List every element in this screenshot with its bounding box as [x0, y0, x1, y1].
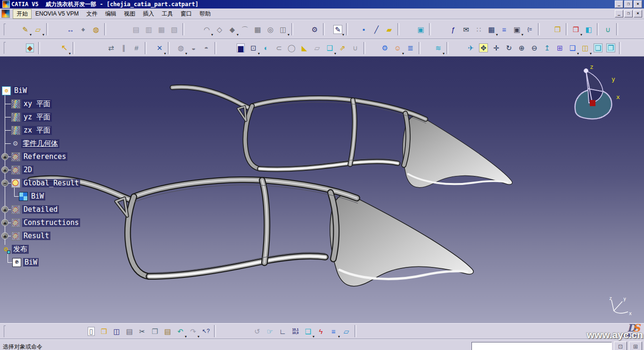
magnitude-display-icon[interactable]: 10,1 10,0: [289, 325, 302, 338]
rib-icon[interactable]: ◐: [260, 42, 272, 55]
tree-item-label[interactable]: xy 平面: [22, 100, 52, 108]
history-2-icon[interactable]: ▥: [142, 23, 155, 36]
blend-surface-icon[interactable]: ◇: [213, 23, 226, 36]
tree-item-label[interactable]: 发布: [12, 245, 29, 254]
box-trim-icon[interactable]: ◫▾: [277, 23, 289, 36]
mechanism-gears-icon[interactable]: ⚙: [379, 42, 391, 55]
workbench-icon[interactable]: ◆: [24, 42, 36, 55]
relations-icon[interactable]: ≡: [498, 23, 511, 36]
paste-icon[interactable]: ▤: [161, 325, 174, 338]
tree-item-label[interactable]: BiW: [23, 258, 39, 267]
select-arrow-icon[interactable]: ↖▾: [58, 42, 71, 55]
sphere-mesh-icon[interactable]: ◒: [187, 42, 200, 55]
powercopy-gear-icon[interactable]: ⚙: [308, 23, 321, 36]
work-grid-icon[interactable]: #: [130, 42, 143, 55]
zoom-out-icon[interactable]: ⊖: [528, 42, 541, 55]
toolbar-handle[interactable]: [4, 42, 6, 54]
chamfer-icon[interactable]: ◣: [298, 42, 311, 55]
tree-item-label[interactable]: zx 平面: [22, 126, 52, 135]
tree-expander[interactable]: +: [1, 233, 8, 240]
fold-icon[interactable]: ⇗: [336, 42, 349, 55]
plane-icon[interactable]: ▰: [383, 23, 396, 36]
stiffener-icon[interactable]: ∪: [349, 42, 362, 55]
new-document-icon[interactable]: ▯: [85, 325, 98, 338]
axis-target-icon[interactable]: ◎: [264, 23, 277, 36]
save-icon[interactable]: ◫: [110, 325, 123, 338]
hide-show-icon[interactable]: ◫▾: [579, 42, 592, 55]
insert-body-icon[interactable]: ▣: [414, 23, 427, 36]
line-icon[interactable]: ╱: [370, 23, 383, 36]
normal-view-icon[interactable]: ↥: [541, 42, 553, 55]
part-link-icon[interactable]: ❑▾: [302, 325, 314, 338]
window-close-button[interactable]: ×: [634, 0, 642, 8]
copy-icon[interactable]: ❐: [149, 325, 161, 338]
history-4-icon[interactable]: ▧: [168, 23, 181, 36]
menu-item-视图[interactable]: 视图: [120, 9, 139, 19]
compass-anchor-square[interactable]: [590, 100, 595, 106]
measure-between-icon[interactable]: ↔: [64, 23, 77, 36]
tree-expander[interactable]: +: [1, 153, 8, 160]
sphere-mesh-2-icon[interactable]: ◓: [200, 42, 213, 55]
shell-icon[interactable]: ❑▾: [323, 42, 336, 55]
swept-surface-icon[interactable]: ◠▾: [200, 23, 213, 36]
tree-item-label[interactable]: 2D: [22, 166, 33, 174]
tree-item-label[interactable]: BiW: [30, 192, 45, 200]
thick-surface-icon[interactable]: ◯: [285, 42, 298, 55]
document-minimize-button[interactable]: _: [615, 10, 623, 17]
history-3-icon[interactable]: ▦: [155, 23, 168, 36]
tree-expander[interactable]: +: [1, 206, 8, 213]
planes-between-icon[interactable]: ∥: [117, 42, 130, 55]
document-app-icon[interactable]: [1, 9, 10, 18]
whats-this-icon[interactable]: ↖?: [199, 325, 212, 338]
toolbar-handle[interactable]: [4, 24, 6, 35]
document-restore-button[interactable]: ❐: [624, 10, 633, 17]
reorder-tree-icon[interactable]: ≣: [404, 42, 417, 55]
menu-item-文件[interactable]: 文件: [83, 9, 101, 19]
swap-visible-space-icon[interactable]: ❐: [604, 42, 617, 55]
tree-expander[interactable]: +: [1, 167, 8, 174]
folder-transfer-icon[interactable]: ▱▾: [32, 23, 44, 36]
view-compass[interactable]: z y x: [568, 63, 622, 122]
knowledge-book-icon[interactable]: ▱: [340, 325, 353, 338]
measure-item-icon[interactable]: ⌖: [77, 23, 90, 36]
menu-item-编辑[interactable]: 编辑: [101, 9, 120, 19]
tree-item-label[interactable]: yz 平面: [22, 113, 52, 122]
fit-all-in-icon[interactable]: ✥: [477, 42, 490, 55]
open-catalog-icon[interactable]: ✎▾: [19, 23, 32, 36]
menu-item-开始[interactable]: 开始: [13, 9, 32, 19]
open-document-icon[interactable]: ❒: [98, 325, 110, 338]
tree-expander[interactable]: +: [1, 219, 8, 226]
update-icon[interactable]: ϟ: [314, 325, 327, 338]
3d-viewport[interactable]: ⚙BiWxy 平面yz 平面zx 平面⚙零件几何体+References+2D−…: [0, 57, 644, 323]
tree-item-label[interactable]: Detailed: [22, 205, 59, 214]
compass-free-rotation-handle[interactable]: [584, 69, 588, 73]
rotate-icon[interactable]: ↻: [503, 42, 515, 55]
power-input-field[interactable]: [471, 342, 612, 350]
refresh-icon[interactable]: ↺: [251, 325, 264, 338]
axis-tripod-icon[interactable]: ∟: [276, 325, 289, 338]
history-1-icon[interactable]: ▤: [130, 23, 142, 36]
status-dialog-button-1[interactable]: ⊡: [614, 342, 627, 350]
draft-angle-icon[interactable]: ▱: [311, 42, 323, 55]
surface-stack-icon[interactable]: ≋▾: [432, 42, 445, 55]
redo-icon[interactable]: ↷▾: [187, 325, 199, 338]
lock-parameter-icon[interactable]: ∷: [472, 23, 485, 36]
comment-icon[interactable]: ✉: [460, 23, 472, 36]
visible-space-icon[interactable]: ❏: [592, 42, 604, 55]
cut-icon[interactable]: ✂: [136, 325, 149, 338]
split-icon[interactable]: ◧: [582, 23, 595, 36]
iso-view-icon[interactable]: ❑▾: [566, 42, 579, 55]
tree-item-label[interactable]: Result: [22, 232, 50, 240]
status-dialog-button-2[interactable]: ⊞: [629, 342, 642, 350]
analysis-face-icon[interactable]: ☺▾: [391, 42, 404, 55]
structure-list-icon[interactable]: ≡▾: [327, 325, 340, 338]
tree-item-label[interactable]: 零件几何体: [21, 139, 59, 148]
toolbar-handle[interactable]: [4, 325, 6, 337]
window-restore-button[interactable]: ❐: [624, 0, 633, 8]
tree-item-label[interactable]: References: [22, 152, 67, 161]
rule-icon[interactable]: {=: [523, 23, 536, 36]
design-table-icon[interactable]: ▦▾: [485, 23, 498, 36]
tree-item-label[interactable]: Constructions: [22, 218, 80, 227]
fly-mode-icon[interactable]: ✈: [464, 42, 477, 55]
lock-icon[interactable]: ▣▾: [511, 23, 523, 36]
